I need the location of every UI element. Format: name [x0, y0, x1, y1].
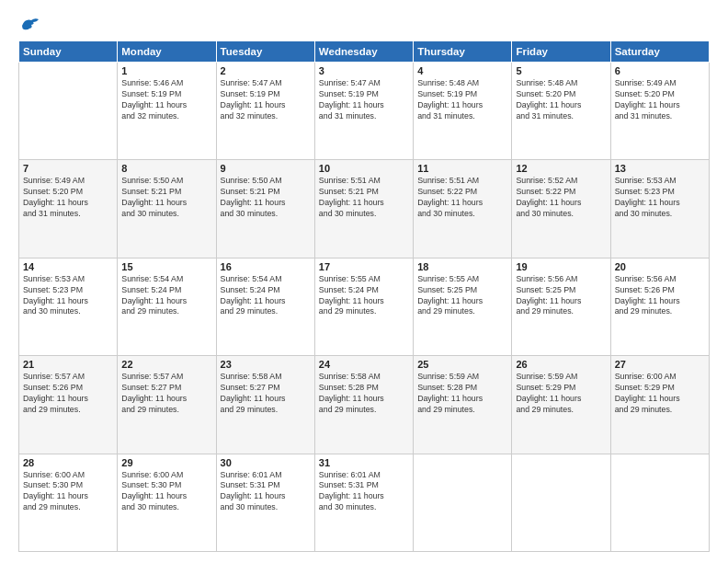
day-cell: 4Sunrise: 5:48 AM Sunset: 5:19 PM Daylig…	[414, 63, 512, 160]
day-cell: 31Sunrise: 6:01 AM Sunset: 5:31 PM Dayli…	[314, 454, 413, 551]
day-info: Sunrise: 5:46 AM Sunset: 5:19 PM Dayligh…	[121, 78, 211, 122]
day-info: Sunrise: 6:00 AM Sunset: 5:30 PM Dayligh…	[23, 470, 113, 514]
day-number: 28	[23, 457, 113, 468]
day-cell: 12Sunrise: 5:52 AM Sunset: 5:22 PM Dayli…	[512, 160, 610, 258]
day-number: 11	[417, 163, 507, 174]
day-info: Sunrise: 5:54 AM Sunset: 5:24 PM Dayligh…	[221, 274, 311, 318]
day-info: Sunrise: 5:51 AM Sunset: 5:21 PM Dayligh…	[319, 176, 409, 220]
day-info: Sunrise: 5:49 AM Sunset: 5:20 PM Dayligh…	[615, 78, 705, 122]
day-cell: 11Sunrise: 5:51 AM Sunset: 5:22 PM Dayli…	[414, 160, 512, 258]
day-info: Sunrise: 5:50 AM Sunset: 5:21 PM Dayligh…	[121, 176, 211, 220]
day-cell: 27Sunrise: 6:00 AM Sunset: 5:29 PM Dayli…	[610, 356, 709, 454]
header-friday: Friday	[512, 41, 610, 63]
week-row-4: 21Sunrise: 5:57 AM Sunset: 5:26 PM Dayli…	[19, 356, 710, 454]
day-cell: 26Sunrise: 5:59 AM Sunset: 5:29 PM Dayli…	[512, 356, 610, 454]
header-wednesday: Wednesday	[314, 41, 413, 63]
header-row: SundayMondayTuesdayWednesdayThursdayFrid…	[19, 41, 710, 63]
day-info: Sunrise: 5:58 AM Sunset: 5:27 PM Dayligh…	[221, 372, 311, 416]
day-info: Sunrise: 5:56 AM Sunset: 5:26 PM Dayligh…	[615, 274, 705, 318]
day-info: Sunrise: 5:55 AM Sunset: 5:24 PM Dayligh…	[319, 274, 409, 318]
day-info: Sunrise: 5:55 AM Sunset: 5:25 PM Dayligh…	[417, 274, 507, 318]
day-number: 5	[516, 65, 606, 76]
day-number: 14	[23, 261, 113, 272]
day-cell: 18Sunrise: 5:55 AM Sunset: 5:25 PM Dayli…	[414, 258, 512, 355]
day-number: 29	[121, 457, 211, 468]
logo	[18, 17, 40, 33]
day-info: Sunrise: 5:56 AM Sunset: 5:25 PM Dayligh…	[516, 274, 606, 318]
day-info: Sunrise: 5:50 AM Sunset: 5:21 PM Dayligh…	[221, 176, 311, 220]
header-saturday: Saturday	[610, 41, 709, 63]
day-number: 3	[319, 65, 409, 76]
header	[18, 17, 710, 33]
day-number: 1	[121, 65, 211, 76]
calendar-table: SundayMondayTuesdayWednesdayThursdayFrid…	[18, 40, 710, 552]
day-cell: 2Sunrise: 5:47 AM Sunset: 5:19 PM Daylig…	[216, 63, 314, 160]
day-number: 13	[615, 163, 705, 174]
header-tuesday: Tuesday	[216, 41, 314, 63]
header-monday: Monday	[118, 41, 216, 63]
week-row-2: 7Sunrise: 5:49 AM Sunset: 5:20 PM Daylig…	[19, 160, 710, 258]
day-info: Sunrise: 6:00 AM Sunset: 5:29 PM Dayligh…	[615, 372, 705, 416]
day-cell: 25Sunrise: 5:59 AM Sunset: 5:28 PM Dayli…	[414, 356, 512, 454]
day-number: 25	[417, 359, 507, 370]
day-number: 9	[221, 163, 311, 174]
day-number: 30	[221, 457, 311, 468]
day-info: Sunrise: 5:53 AM Sunset: 5:23 PM Dayligh…	[23, 274, 113, 318]
day-cell	[512, 454, 610, 551]
page: SundayMondayTuesdayWednesdayThursdayFrid…	[0, 0, 728, 563]
week-row-5: 28Sunrise: 6:00 AM Sunset: 5:30 PM Dayli…	[19, 454, 710, 551]
day-info: Sunrise: 6:01 AM Sunset: 5:31 PM Dayligh…	[221, 470, 311, 514]
day-number: 31	[319, 457, 409, 468]
header-sunday: Sunday	[19, 41, 118, 63]
day-cell: 16Sunrise: 5:54 AM Sunset: 5:24 PM Dayli…	[216, 258, 314, 355]
day-info: Sunrise: 5:48 AM Sunset: 5:20 PM Dayligh…	[516, 78, 606, 122]
day-info: Sunrise: 5:58 AM Sunset: 5:28 PM Dayligh…	[319, 372, 409, 416]
day-number: 15	[121, 261, 211, 272]
day-cell: 9Sunrise: 5:50 AM Sunset: 5:21 PM Daylig…	[216, 160, 314, 258]
day-cell: 30Sunrise: 6:01 AM Sunset: 5:31 PM Dayli…	[216, 454, 314, 551]
day-cell: 6Sunrise: 5:49 AM Sunset: 5:20 PM Daylig…	[610, 63, 709, 160]
day-number: 8	[121, 163, 211, 174]
day-cell: 3Sunrise: 5:47 AM Sunset: 5:19 PM Daylig…	[314, 63, 413, 160]
day-info: Sunrise: 5:57 AM Sunset: 5:26 PM Dayligh…	[23, 372, 113, 416]
day-cell: 29Sunrise: 6:00 AM Sunset: 5:30 PM Dayli…	[118, 454, 216, 551]
day-number: 22	[121, 359, 211, 370]
day-cell: 17Sunrise: 5:55 AM Sunset: 5:24 PM Dayli…	[314, 258, 413, 355]
day-cell: 13Sunrise: 5:53 AM Sunset: 5:23 PM Dayli…	[610, 160, 709, 258]
day-number: 12	[516, 163, 606, 174]
day-info: Sunrise: 5:52 AM Sunset: 5:22 PM Dayligh…	[516, 176, 606, 220]
day-number: 24	[319, 359, 409, 370]
day-cell	[414, 454, 512, 551]
day-cell: 19Sunrise: 5:56 AM Sunset: 5:25 PM Dayli…	[512, 258, 610, 355]
week-row-3: 14Sunrise: 5:53 AM Sunset: 5:23 PM Dayli…	[19, 258, 710, 355]
day-number: 16	[221, 261, 311, 272]
day-cell: 23Sunrise: 5:58 AM Sunset: 5:27 PM Dayli…	[216, 356, 314, 454]
header-thursday: Thursday	[414, 41, 512, 63]
day-info: Sunrise: 5:53 AM Sunset: 5:23 PM Dayligh…	[615, 176, 705, 220]
day-cell: 22Sunrise: 5:57 AM Sunset: 5:27 PM Dayli…	[118, 356, 216, 454]
day-cell: 14Sunrise: 5:53 AM Sunset: 5:23 PM Dayli…	[19, 258, 118, 355]
day-cell: 21Sunrise: 5:57 AM Sunset: 5:26 PM Dayli…	[19, 356, 118, 454]
day-cell	[610, 454, 709, 551]
day-number: 19	[516, 261, 606, 272]
day-number: 10	[319, 163, 409, 174]
day-info: Sunrise: 5:59 AM Sunset: 5:28 PM Dayligh…	[417, 372, 507, 416]
day-info: Sunrise: 6:00 AM Sunset: 5:30 PM Dayligh…	[121, 470, 211, 514]
day-cell: 7Sunrise: 5:49 AM Sunset: 5:20 PM Daylig…	[19, 160, 118, 258]
day-info: Sunrise: 5:48 AM Sunset: 5:19 PM Dayligh…	[417, 78, 507, 122]
day-number: 17	[319, 261, 409, 272]
week-row-1: 1Sunrise: 5:46 AM Sunset: 5:19 PM Daylig…	[19, 63, 710, 160]
logo-bird-icon	[20, 17, 40, 33]
day-cell: 5Sunrise: 5:48 AM Sunset: 5:20 PM Daylig…	[512, 63, 610, 160]
day-info: Sunrise: 5:47 AM Sunset: 5:19 PM Dayligh…	[221, 78, 311, 122]
day-info: Sunrise: 5:54 AM Sunset: 5:24 PM Dayligh…	[121, 274, 211, 318]
day-number: 7	[23, 163, 113, 174]
day-number: 18	[417, 261, 507, 272]
day-number: 4	[417, 65, 507, 76]
day-info: Sunrise: 6:01 AM Sunset: 5:31 PM Dayligh…	[319, 470, 409, 514]
day-number: 2	[221, 65, 311, 76]
day-info: Sunrise: 5:59 AM Sunset: 5:29 PM Dayligh…	[516, 372, 606, 416]
day-cell: 20Sunrise: 5:56 AM Sunset: 5:26 PM Dayli…	[610, 258, 709, 355]
day-number: 21	[23, 359, 113, 370]
day-number: 6	[615, 65, 705, 76]
